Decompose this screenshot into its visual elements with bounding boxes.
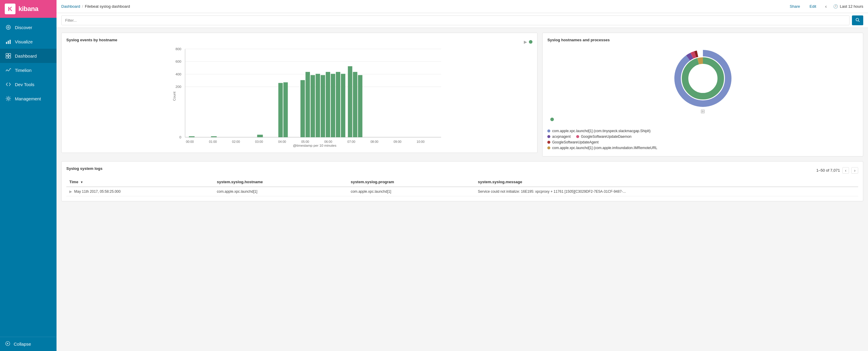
bar-chart-title: Syslog events by hostname [66,38,117,42]
table-panel: Syslog system logs 1–50 of 7,071 ‹ › Tim… [61,161,863,201]
topbar-actions: Share Edit ‹ 🕐 Last 12 hours [787,3,863,10]
svg-rect-39 [348,66,352,137]
sidebar-item-management[interactable]: Management [0,92,57,106]
donut-chart-container: ⊞ com.apple.xpc.launchd[1] (com.tinyspec… [547,46,858,151]
svg-text:400: 400 [176,72,182,76]
svg-point-1 [8,27,9,28]
table-title: Syslog system logs [66,166,102,171]
sidebar-item-devtools-label: Dev Tools [15,82,34,87]
legend-label-2: acvpnagent [552,135,570,139]
breadcrumb: Dashboard / Filebeat syslog dashboard [61,4,130,9]
filterbar [57,13,868,28]
svg-text:01:00: 01:00 [209,140,217,143]
svg-rect-34 [321,75,325,137]
sidebar-item-timelion[interactable]: Timelion [0,63,57,77]
dashboard-content: Syslog events by hostname ▶ 800 600 400 … [57,28,868,351]
col-message: system.syslog.message [475,177,858,187]
time-back-button[interactable]: ‹ [824,3,829,10]
svg-rect-37 [336,72,340,137]
sidebar-item-devtools[interactable]: Dev Tools [0,77,57,92]
svg-text:03:00: 03:00 [255,140,263,143]
legend-dot-2 [547,135,550,138]
breadcrumb-current: Filebeat syslog dashboard [85,4,130,9]
col-time: Time ▼ [66,177,214,187]
cell-hostname: com.apple.xpc.launchd[1] [214,187,348,196]
svg-text:10:00: 10:00 [417,140,425,143]
timelion-icon [5,67,11,73]
table-pagination: 1–50 of 7,071 ‹ › [816,167,858,174]
sidebar-item-management-label: Management [15,96,41,101]
edit-button[interactable]: Edit [807,3,818,10]
sidebar-item-visualize[interactable]: Visualize [0,34,57,49]
svg-rect-7 [6,56,8,58]
svg-text:00:00: 00:00 [186,140,194,143]
svg-text:06:00: 06:00 [324,140,332,143]
legend-item-2: acvpnagent GoogleSoftwareUpdateDaemon [547,135,858,139]
time-display[interactable]: 🕐 Last 12 hours [833,4,863,9]
svg-text:800: 800 [176,47,182,51]
legend-label-1: com.apple.xpc.launchd[1] (com.tinyspeck.… [552,129,651,133]
svg-text:05:00: 05:00 [301,140,309,143]
row-expand-icon[interactable]: ▶ [69,189,72,194]
sidebar-item-dashboard-label: Dashboard [15,54,37,59]
svg-text:Count: Count [172,92,176,101]
svg-point-0 [6,25,10,29]
time-label: Last 12 hours [840,4,863,9]
bar-chart-expand-btn[interactable]: ▶ [524,39,527,44]
svg-text:02:00: 02:00 [232,140,240,143]
dashboard-icon [5,53,11,59]
svg-text:600: 600 [176,59,182,63]
main-content: Dashboard / Filebeat syslog dashboard Sh… [57,0,868,351]
legend-label-3: GoogleSoftwareUpdateDaemon [581,135,631,139]
breadcrumb-link[interactable]: Dashboard [61,4,80,9]
cell-message: Service could not initialize: 16E195: xp… [475,187,858,196]
cell-time: ▶ May 11th 2017, 05:58:25.000 [66,187,214,196]
visualize-icon [5,39,11,44]
management-icon [5,96,11,102]
table-header-row: Syslog system logs 1–50 of 7,071 ‹ › [66,166,858,174]
legend-dot-1 [547,130,550,133]
sidebar-item-timelion-label: Timelion [15,68,32,73]
next-page-button[interactable]: › [851,167,858,174]
cell-program: com.apple.xpc.launchd[1] [348,187,475,196]
bar-chart-indicator [529,40,532,44]
svg-rect-30 [301,80,305,137]
sidebar-item-dashboard[interactable]: Dashboard [0,49,57,63]
svg-rect-41 [358,75,362,137]
donut-expand-btn[interactable]: ⊞ [701,108,705,115]
sidebar-item-discover[interactable]: Discover [0,20,57,34]
prev-page-button[interactable]: ‹ [842,167,849,174]
svg-rect-4 [9,40,11,44]
sidebar: K kibana Discover Visualize Dashboard [0,0,57,351]
pagination-info: 1–50 of 7,071 [816,168,840,173]
svg-point-60 [689,64,717,92]
sidebar-navigation: Discover Visualize Dashboard Timelion De [0,18,57,337]
svg-text:0: 0 [179,135,182,139]
svg-rect-31 [306,72,310,137]
svg-rect-8 [9,56,11,58]
legend-item-1: com.apple.xpc.launchd[1] (com.tinyspeck.… [547,129,858,133]
data-table: Time ▼ system.syslog.hostname system.sys… [66,177,858,196]
discover-icon [5,24,11,30]
donut-chart-title: Syslog hostnames and processes [547,38,610,42]
svg-rect-5 [6,54,8,56]
legend-label-5: com.apple.xpc.launchd[1] (com.apple.imfo… [552,146,657,150]
topbar: Dashboard / Filebeat syslog dashboard Sh… [57,0,868,13]
share-button[interactable]: Share [787,3,803,10]
svg-rect-6 [9,54,11,56]
table-row: ▶ May 11th 2017, 05:58:25.000 com.apple.… [66,187,858,196]
filter-input[interactable] [61,15,849,25]
sidebar-logo: K kibana [0,0,57,18]
svg-rect-27 [257,135,263,138]
svg-rect-3 [8,41,9,44]
sidebar-collapse-btn[interactable]: Collapse [0,337,57,351]
legend-label-4: GoogleSoftwareUpdateAgent [552,140,598,144]
svg-point-9 [7,98,9,100]
kibana-logo-text: kibana [19,5,38,13]
sidebar-item-visualize-label: Visualize [15,39,33,44]
svg-rect-26 [211,136,217,137]
filter-search-button[interactable] [852,15,863,25]
clock-icon: 🕐 [833,4,838,9]
collapse-label: Collapse [14,342,31,347]
devtools-icon [5,81,11,87]
